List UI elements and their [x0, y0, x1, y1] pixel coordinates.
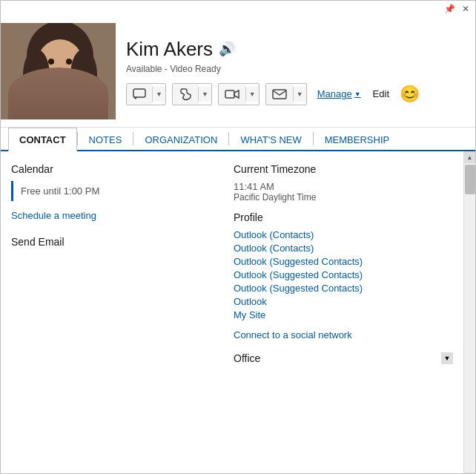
email-button[interactable] [266, 84, 293, 105]
close-button[interactable]: ✕ [460, 4, 471, 14]
video-button-group: ▼ [218, 83, 260, 105]
svg-point-5 [48, 59, 54, 65]
social-network-link[interactable]: Connect to a social network [234, 329, 453, 340]
tab-organization[interactable]: ORGANIZATION [133, 128, 228, 151]
message-dropdown-arrow[interactable]: ▼ [152, 87, 165, 102]
avatar [1, 23, 116, 119]
status-emoji-button[interactable]: 😊 [400, 85, 420, 104]
content-area: Calendar Free until 1:00 PM Schedule a m… [1, 151, 475, 474]
message-button-group: ▼ [126, 83, 166, 105]
svg-point-4 [70, 49, 97, 101]
profile-link-4[interactable]: Outlook (Suggested Contacts) [234, 283, 453, 294]
tab-whats-new[interactable]: WHAT'S NEW [229, 128, 312, 151]
profile-info: Kim Akers 🔊 Available - Video Ready ▼ [116, 38, 466, 105]
timezone-title: Current Timezone [234, 163, 453, 175]
free-time-indicator: Free until 1:00 PM [11, 181, 213, 201]
email-dropdown-arrow[interactable]: ▼ [293, 87, 306, 102]
profile-name-row: Kim Akers 🔊 [126, 38, 466, 61]
tab-membership[interactable]: MEMBERSHIP [314, 128, 400, 151]
video-dropdown-arrow[interactable]: ▼ [245, 87, 259, 102]
contact-name: Kim Akers [126, 38, 213, 61]
tab-contact[interactable]: CONTACT [8, 128, 77, 151]
phone-dropdown-arrow[interactable]: ▼ [198, 87, 211, 102]
phone-button-group: ▼ [172, 83, 212, 105]
profile-link-3[interactable]: Outlook (Suggested Contacts) [234, 269, 453, 280]
edit-button[interactable]: Edit [368, 85, 394, 102]
send-email-title: Send Email [11, 236, 213, 248]
video-button[interactable] [219, 84, 245, 105]
timezone-time: 11:41 AM [234, 181, 453, 192]
calendar-title: Calendar [11, 163, 213, 175]
action-buttons-row: ▼ ▼ ▼ [126, 83, 466, 105]
content-left: Calendar Free until 1:00 PM Schedule a m… [1, 151, 223, 474]
profile-link-6[interactable]: My Site [234, 309, 453, 320]
schedule-meeting-link[interactable]: Schedule a meeting [11, 210, 213, 221]
office-section: Office ▼ [234, 352, 453, 364]
email-button-group: ▼ [265, 83, 307, 105]
scrollbar-thumb[interactable] [465, 165, 475, 194]
svg-point-3 [23, 49, 50, 101]
office-title: Office [234, 352, 260, 364]
profile-header: Kim Akers 🔊 Available - Video Ready ▼ [1, 17, 475, 128]
tabs-bar: CONTACT NOTES ORGANIZATION WHAT'S NEW ME… [1, 128, 475, 151]
svg-rect-10 [225, 90, 234, 98]
profile-link-1[interactable]: Outlook (Contacts) [234, 243, 453, 254]
scrollbar-up-button[interactable]: ▲ [464, 151, 476, 163]
title-bar: 📌 ✕ [1, 1, 475, 17]
profile-status: Available - Video Ready [126, 64, 466, 74]
profile-link-5[interactable]: Outlook [234, 296, 453, 307]
profile-link-2[interactable]: Outlook (Suggested Contacts) [234, 256, 453, 267]
timezone-name: Pacific Daylight Time [234, 192, 453, 203]
avatar-container [1, 23, 116, 119]
message-button[interactable] [127, 84, 152, 105]
manage-button[interactable]: Manage ▼ [313, 85, 366, 102]
svg-rect-11 [273, 90, 286, 99]
content-right: Current Timezone 11:41 AM Pacific Daylig… [223, 151, 463, 474]
speaker-icon[interactable]: 🔊 [219, 41, 235, 57]
svg-rect-7 [51, 88, 69, 103]
office-dropdown-button[interactable]: ▼ [441, 352, 453, 364]
contact-card-window: 📌 ✕ [0, 0, 476, 474]
svg-rect-9 [133, 89, 145, 97]
profile-section: Profile Outlook (Contacts) Outlook (Cont… [234, 211, 453, 340]
profile-link-0[interactable]: Outlook (Contacts) [234, 229, 453, 240]
tab-notes[interactable]: NOTES [78, 128, 133, 151]
phone-button[interactable] [173, 84, 198, 105]
scrollbar: ▲ ▼ [463, 151, 475, 474]
svg-point-6 [66, 59, 72, 65]
profile-section-title: Profile [234, 211, 453, 223]
svg-point-8 [19, 93, 101, 119]
pin-button[interactable]: 📌 [444, 4, 454, 14]
